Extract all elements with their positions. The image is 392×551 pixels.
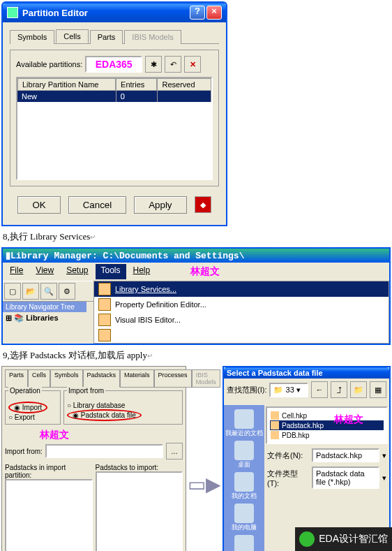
- radio-data-file[interactable]: Padstack data file: [81, 411, 136, 419]
- new-icon[interactable]: ▢: [4, 283, 21, 300]
- property-icon: [98, 298, 111, 311]
- wechat-icon: [299, 531, 315, 547]
- up-icon[interactable]: ⮥: [331, 381, 347, 398]
- delete-button[interactable]: ✕: [184, 56, 201, 73]
- tab-processes[interactable]: Processes: [154, 369, 192, 388]
- menu-setup[interactable]: Setup: [61, 264, 93, 279]
- window-title: Partition Editor: [22, 8, 88, 18]
- step-9-caption: 9,选择 Padstacks 对话框,加载后 apply↵: [3, 349, 389, 362]
- filename-input[interactable]: Padstack.hkp: [312, 448, 379, 462]
- import-from-input[interactable]: [45, 444, 163, 458]
- filetype-combo[interactable]: Padstack data file (*.hkp): [312, 466, 379, 489]
- undo-button[interactable]: ↶: [165, 56, 181, 73]
- menu-sep: [94, 328, 389, 343]
- place-recent[interactable]: 我最近的文档: [225, 409, 263, 438]
- partition-editor-window: Partition Editor ? × Symbols Cells Parts…: [1, 1, 227, 226]
- file-icon: [271, 421, 279, 429]
- file-padstack[interactable]: Padstack.hkp: [270, 420, 384, 430]
- import-radio-circle: ◉ Import: [8, 402, 47, 413]
- watermark-cn-2: 林超文: [40, 429, 183, 441]
- file-cell[interactable]: Cell.hkp: [270, 411, 384, 420]
- titlebar[interactable]: Partition Editor ? ×: [3, 3, 226, 22]
- filename-label: 文件名(N):: [267, 450, 309, 461]
- importfrom-legend: Import from: [67, 387, 105, 395]
- file-list[interactable]: Cell.hkp Padstack.hkp PDB.hkp 林超文: [266, 406, 388, 444]
- look-in-combo[interactable]: 📁 33 ▾: [269, 383, 308, 397]
- menu-property-editor[interactable]: Property Definition Editor...: [94, 297, 389, 312]
- available-label: Available partitions:: [16, 60, 82, 68]
- radio-lib-db[interactable]: Library database: [73, 402, 126, 409]
- tab-symbols[interactable]: Symbols: [50, 369, 83, 388]
- menubar: File View Setup Tools Help 林超文: [3, 263, 389, 281]
- table-row[interactable]: New 0: [17, 91, 211, 102]
- footer-text: EDA设计智汇馆: [319, 533, 388, 545]
- back-icon[interactable]: ←: [311, 381, 328, 398]
- place-computer[interactable]: 我的电脑: [225, 504, 263, 532]
- place-docs[interactable]: 我的文档: [225, 472, 263, 501]
- menu-library-services[interactable]: Library Services...: [94, 281, 389, 297]
- tab-ibis[interactable]: IBIS Models: [192, 369, 220, 388]
- watermark-cn-1: 林超文: [185, 264, 225, 279]
- place-network[interactable]: 网上邻居: [225, 535, 263, 551]
- open-icon[interactable]: 📂: [22, 283, 39, 300]
- step-8-caption: 8,执行 Library Services↵: [3, 230, 389, 243]
- cell-entries: 0: [116, 91, 158, 102]
- file-icon: [271, 411, 279, 420]
- file-icon: [271, 431, 279, 439]
- find-icon[interactable]: 🔍: [40, 283, 57, 300]
- watermark-cn-3: 林超文: [334, 413, 363, 426]
- menu-tools[interactable]: Tools: [96, 264, 126, 279]
- dst-listbox[interactable]: [96, 471, 183, 551]
- tools-dropdown: Library Services... Property Definition …: [93, 281, 389, 344]
- tab-materials[interactable]: Materials: [120, 369, 154, 388]
- arrow-icon: ▭▶: [188, 473, 221, 496]
- src-listbox[interactable]: [5, 479, 93, 551]
- watermark-eda365: EDA365: [96, 59, 133, 70]
- help-button[interactable]: ?: [190, 6, 205, 20]
- place-desktop[interactable]: 桌面: [225, 441, 263, 469]
- library-manager-window: ▮Library Manager: C:\Documents and Setti…: [1, 247, 391, 345]
- operation-legend: Operation: [8, 387, 42, 395]
- tab-parts[interactable]: Parts: [90, 30, 123, 44]
- col-reserved[interactable]: Reserved: [157, 78, 211, 91]
- menu-view[interactable]: View: [30, 264, 59, 279]
- cell-reserved: [158, 91, 211, 102]
- menu-help[interactable]: Help: [128, 264, 156, 279]
- menu-ibis-editor[interactable]: Visual IBIS Editor...: [94, 312, 389, 328]
- tab-parts[interactable]: Parts: [5, 369, 28, 388]
- src-list-label: Padstacks in import partition:: [5, 464, 93, 479]
- tab-cells[interactable]: Cells: [56, 29, 88, 43]
- import-from-label: Import from:: [5, 448, 43, 455]
- apply-button[interactable]: Apply: [134, 196, 186, 214]
- col-name[interactable]: Library Partition Name: [17, 78, 116, 91]
- services-icon[interactable]: ⚙: [59, 283, 75, 300]
- partition-table[interactable]: Library Partition Name Entries Reserved …: [16, 77, 213, 180]
- views-icon[interactable]: ▦: [370, 381, 386, 398]
- browse-button[interactable]: …: [166, 443, 183, 460]
- nav-libraries[interactable]: ⊞ 📚 Libraries: [3, 312, 86, 324]
- new-partition-button[interactable]: ✱: [145, 56, 162, 73]
- file-radio-circle: ◉ Padstack data file: [67, 409, 142, 421]
- close-button[interactable]: ×: [206, 6, 222, 20]
- app-icon: [7, 7, 18, 18]
- tab-ibis[interactable]: IBIS Models: [124, 30, 181, 44]
- col-entries[interactable]: Entries: [116, 78, 157, 91]
- places-bar: 我最近的文档 桌面 我的文档 我的电脑 网上邻居: [224, 405, 264, 551]
- services-icon: [98, 283, 111, 295]
- radio-import[interactable]: Import: [22, 404, 42, 411]
- nav-tree-tab[interactable]: Library Navigator Tree: [3, 302, 86, 312]
- library-services-dialog: Parts Cells Symbols Padstacks Materials …: [1, 366, 186, 551]
- radio-export[interactable]: Export: [15, 413, 35, 421]
- ok-button[interactable]: OK: [17, 196, 60, 214]
- cancel-button[interactable]: Cancel: [68, 196, 127, 214]
- titlebar-2[interactable]: ▮Library Manager: C:\Documents and Setti…: [3, 249, 389, 263]
- tab-symbols[interactable]: Symbols: [10, 30, 54, 44]
- file-pdb[interactable]: PDB.hkp: [270, 430, 384, 440]
- newfolder-icon[interactable]: 📁: [350, 381, 367, 398]
- help-icon[interactable]: ◆: [195, 196, 211, 213]
- footer-banner: EDA设计智汇馆: [295, 527, 392, 551]
- tab-padstacks[interactable]: Padstacks: [83, 369, 121, 388]
- tab-bar: Symbols Cells Parts IBIS Models: [10, 29, 219, 44]
- menu-file[interactable]: File: [4, 264, 29, 279]
- tab-cells[interactable]: Cells: [28, 369, 50, 388]
